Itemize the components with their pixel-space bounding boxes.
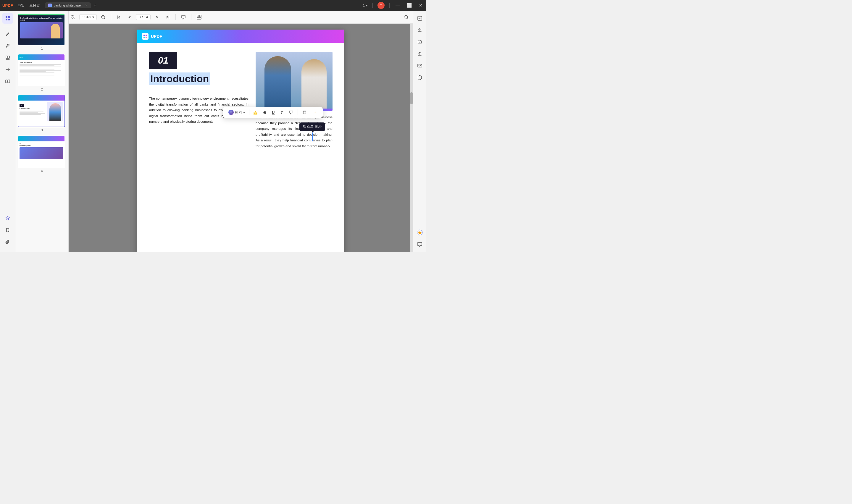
- text-line: [19, 111, 42, 111]
- copy-text-button[interactable]: [300, 109, 309, 116]
- svg-rect-18: [144, 37, 145, 38]
- comment-button[interactable]: [179, 13, 187, 21]
- title-bar-controls: 1 ▾ T — ⬜ ✕: [363, 2, 424, 9]
- sidebar-icon-layers[interactable]: [2, 213, 13, 223]
- right-sidebar-compress[interactable]: [415, 37, 425, 47]
- svg-rect-3: [8, 19, 10, 20]
- pdf-view[interactable]: UPDF 01 Introduction The contemporary, d…: [69, 24, 413, 252]
- right-sidebar-mail[interactable]: [415, 60, 425, 71]
- toc-line: [19, 69, 54, 70]
- tooltip-text: 텍스트 복사: [303, 125, 322, 129]
- translate-button[interactable]: 번역 ▾: [226, 109, 247, 116]
- image-background: [256, 52, 332, 111]
- user-avatar[interactable]: T: [378, 2, 385, 9]
- first-page-button[interactable]: [115, 13, 123, 21]
- thumb3-person: [49, 103, 61, 121]
- thumbnail-3[interactable]: 01 Introduction: [18, 95, 66, 132]
- right-sidebar-ai[interactable]: [415, 227, 425, 238]
- close-button[interactable]: ✕: [418, 3, 424, 8]
- pdf-logo-area: UPDF: [142, 33, 162, 40]
- sidebar-icon-bookmark[interactable]: [2, 225, 13, 235]
- sidebar-icon-compare[interactable]: [2, 76, 13, 87]
- scroll-track[interactable]: [410, 24, 413, 252]
- add-tab-button[interactable]: +: [92, 3, 98, 8]
- body-text-right: Financial records are crucial for any bu…: [256, 114, 332, 149]
- page-indicator[interactable]: 3 / 14: [136, 14, 150, 20]
- last-page-button[interactable]: [164, 13, 172, 21]
- ai-button[interactable]: [311, 109, 319, 116]
- page-nav-control[interactable]: 1 ▾: [363, 3, 368, 7]
- sidebar-icon-viewer[interactable]: [2, 13, 13, 24]
- svg-rect-9: [8, 80, 10, 83]
- tooltip-arrow-shaft: [312, 132, 313, 141]
- thumbnail-4[interactable]: 02 Promoting Best... 4: [18, 136, 66, 173]
- thumb4-img: [19, 147, 63, 159]
- page-nav-arrow[interactable]: ▾: [366, 3, 368, 7]
- sidebar-icon-attachment[interactable]: [2, 237, 13, 247]
- right-sidebar-ocr[interactable]: OCR: [415, 13, 425, 24]
- thumb2-body: Table of Contents: [18, 60, 65, 77]
- toc-line: [19, 68, 46, 68]
- copy-icon: [302, 110, 307, 115]
- ai-sparkle-icon: [313, 110, 318, 115]
- right-sidebar-extract[interactable]: [415, 25, 425, 36]
- svg-rect-7: [6, 58, 10, 59]
- thumbnail-4-label: 4: [18, 169, 66, 173]
- view-mode-button[interactable]: [195, 13, 203, 21]
- thumbnail-1[interactable]: The Most Crucial Strategy for Banks and …: [18, 13, 66, 50]
- minimize-button[interactable]: —: [394, 3, 401, 8]
- scroll-thumb[interactable]: [410, 92, 413, 104]
- toc-line: [19, 70, 61, 71]
- prev-page-button[interactable]: [125, 13, 134, 21]
- tab-close-button[interactable]: ✕: [85, 4, 87, 7]
- sidebar-icon-annotate[interactable]: [2, 40, 13, 51]
- right-sidebar-chat[interactable]: [415, 239, 425, 250]
- tab-document[interactable]: banking whitepaper ✕: [45, 2, 91, 8]
- zoom-out-button[interactable]: [69, 13, 77, 21]
- toc-line: [19, 75, 54, 75]
- thumb4-header: [18, 136, 65, 141]
- add-comment-button[interactable]: [287, 109, 295, 116]
- chapter-number: 01: [158, 55, 169, 66]
- text-line: [19, 111, 43, 112]
- svg-rect-0: [6, 16, 7, 18]
- zoom-in-button[interactable]: [99, 13, 107, 21]
- zoom-display[interactable]: 119% ▾: [79, 14, 97, 20]
- app-logo: UPDF: [2, 3, 13, 8]
- sidebar-icon-convert[interactable]: [2, 64, 13, 75]
- next-page-button[interactable]: [153, 13, 161, 21]
- toolbar: 119% ▾ 3: [69, 11, 413, 24]
- translate-label: 번역: [235, 110, 242, 115]
- thumb3-bg: 01 Introduction: [18, 95, 65, 127]
- thumb3-num-box: 01: [19, 104, 24, 107]
- sidebar-icon-edit[interactable]: [2, 29, 13, 39]
- thumbnail-2-image: UPDF Table of Contents: [18, 54, 65, 86]
- thumb3-header: [18, 95, 65, 101]
- menu-help[interactable]: 도움말: [29, 3, 40, 8]
- right-sidebar-protect[interactable]: [415, 72, 425, 83]
- translate-dropdown-icon[interactable]: ▾: [243, 110, 245, 114]
- text-format-button[interactable]: T: [279, 109, 285, 116]
- underline-button[interactable]: U: [270, 109, 276, 116]
- strikethrough-button[interactable]: S: [261, 109, 268, 116]
- right-sidebar-share[interactable]: [415, 49, 425, 59]
- pdf-page: UPDF 01 Introduction The contemporary, d…: [137, 30, 344, 252]
- thumb4-body: 02 Promoting Best...: [18, 141, 65, 160]
- thumb2-header: UPDF: [18, 54, 65, 60]
- maximize-button[interactable]: ⬜: [405, 3, 413, 8]
- highlight-button[interactable]: A: [252, 109, 259, 116]
- thumb3-left: 01 Introduction: [19, 102, 46, 121]
- page-current[interactable]: 3: [139, 15, 141, 19]
- thumbnail-2[interactable]: UPDF Table of Contents: [18, 54, 66, 91]
- search-button[interactable]: [402, 13, 411, 21]
- tab-label: banking whitepaper: [54, 3, 81, 7]
- pdf-page-header: UPDF: [137, 30, 344, 43]
- sidebar-icon-organize[interactable]: [2, 52, 13, 63]
- thumb1-content: The Most Crucial Strategy for Banks and …: [18, 15, 65, 40]
- svg-rect-19: [146, 37, 147, 38]
- page-total: 14: [144, 15, 148, 19]
- text-format-icon: T: [280, 110, 283, 115]
- sidebar-bottom: [2, 213, 13, 250]
- toolbar-separator: [111, 14, 111, 20]
- menu-file[interactable]: 파일: [17, 3, 24, 8]
